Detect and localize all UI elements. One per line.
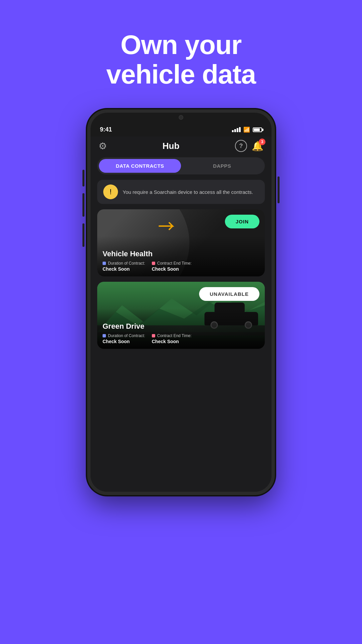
status-time: 9:41 — [100, 126, 112, 133]
notifications-bell[interactable]: 🔔 3 — [252, 141, 263, 152]
front-camera — [179, 115, 183, 120]
end-time-meta-green: Contract End Time: Check Soon — [152, 333, 192, 344]
card-title-vehicle-health: Vehicle Health — [103, 250, 259, 258]
tab-dapps[interactable]: DAPPS — [181, 159, 263, 173]
tab-data-contracts[interactable]: DATA CONTRACTS — [99, 159, 181, 173]
end-time-dot-green — [152, 334, 155, 337]
card-title-green-drive: Green Drive — [103, 322, 259, 331]
signal-icon — [232, 127, 241, 132]
card-content-vehicle-health: Vehicle Health Duration of Contract: Che… — [97, 245, 265, 276]
silent-switch — [82, 223, 84, 247]
end-time-label: Contract End Time: — [152, 261, 192, 266]
card-meta-vehicle-health: Duration of Contract: Check Soon Contrac… — [103, 261, 259, 272]
app-header: ⚙ Hub ? 🔔 3 — [90, 137, 272, 157]
hero-title: Own your vehicle data — [106, 30, 256, 89]
warning-banner: ! You require a Soarchain device to acce… — [97, 180, 265, 204]
duration-label: Duration of Contract: — [103, 261, 145, 266]
volume-down-button — [82, 193, 84, 217]
tabs-container: DATA CONTRACTS DAPPS — [97, 157, 265, 174]
duration-label-green: Duration of Contract: — [103, 333, 145, 338]
notification-badge: 3 — [259, 139, 265, 145]
app-title: Hub — [163, 141, 180, 151]
duration-meta: Duration of Contract: Check Soon — [103, 261, 145, 272]
wifi-icon: 📶 — [243, 126, 250, 133]
duration-meta-green: Duration of Contract: Check Soon — [103, 333, 145, 344]
duration-value-green: Check Soon — [103, 339, 145, 344]
end-time-value-green: Check Soon — [152, 339, 192, 344]
app-content: ⚙ Hub ? 🔔 3 DATA CONTRACTS DAPPS ! You r… — [90, 137, 272, 492]
duration-dot-green — [103, 334, 106, 337]
settings-icon[interactable]: ⚙ — [99, 141, 107, 152]
volume-up-button — [82, 170, 84, 186]
phone-mockup: 9:41 📶 ⚙ Hub ? — [87, 109, 275, 495]
unavailable-button[interactable]: UNAVAILABLE — [199, 287, 259, 301]
contract-card-green-drive: UNAVAILABLE Green Drive Duration of Cont… — [97, 282, 265, 349]
card-meta-green-drive: Duration of Contract: Check Soon Contrac… — [103, 333, 259, 344]
header-action-icons: ? 🔔 3 — [235, 140, 263, 152]
power-button — [278, 176, 280, 203]
end-time-value: Check Soon — [152, 266, 192, 272]
contracts-list: JOIN Vehicle Health Duration of Contract… — [90, 209, 272, 349]
warning-icon: ! — [103, 184, 118, 199]
join-button[interactable]: JOIN — [225, 215, 259, 228]
end-time-dot — [152, 262, 155, 265]
status-icons: 📶 — [232, 126, 262, 133]
duration-dot — [103, 262, 106, 265]
contract-card-vehicle-health: JOIN Vehicle Health Duration of Contract… — [97, 209, 265, 276]
warning-text: You require a Soarchain device to access… — [123, 189, 253, 196]
end-time-meta: Contract End Time: Check Soon — [152, 261, 192, 272]
camera-notch — [161, 113, 201, 122]
battery-icon — [253, 127, 262, 132]
card-content-green-drive: Green Drive Duration of Contract: Check … — [97, 317, 265, 349]
end-time-label-green: Contract End Time: — [152, 333, 192, 338]
help-icon[interactable]: ? — [235, 140, 247, 152]
duration-value: Check Soon — [103, 266, 145, 272]
